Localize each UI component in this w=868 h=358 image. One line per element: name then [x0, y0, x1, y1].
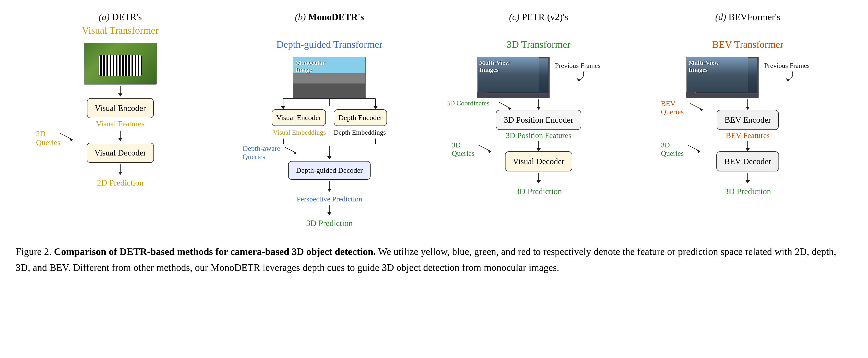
diagram-d-content: Multi-ViewImages Previous Frames BE	[656, 57, 840, 196]
coord-arrow-c	[499, 102, 513, 111]
3d-prediction-c: 3D Prediction	[515, 187, 562, 196]
svg-line-12	[687, 145, 700, 151]
2d-queries-label: 2DQueries	[36, 129, 60, 147]
depth-guided-decoder-b: Depth-guided Decoder	[288, 161, 371, 180]
diagrams-row: (a) DETR's Visual Transformer Visual Enc…	[16, 10, 852, 236]
arrow-merge-b	[327, 146, 332, 159]
diagram-d: (d) BEVFormer's BEV Transformer Multi-Vi…	[656, 10, 840, 196]
diagram-a-label: (a)	[99, 12, 110, 22]
3d-position-features-c: 3D Position Features	[506, 131, 571, 140]
arrow-2a	[118, 131, 122, 141]
3d-coordinates-label: 3D Coordinates	[446, 99, 489, 107]
visual-decoder-c: Visual Decoder	[505, 151, 572, 171]
diagram-b-content: MonocularImage	[238, 57, 422, 228]
svg-line-10	[690, 103, 703, 110]
merge-right	[329, 138, 422, 144]
bev-arrow-d-svg	[690, 103, 705, 111]
main-figure: (a) DETR's Visual Transformer Visual Enc…	[16, 10, 852, 275]
branch-connector	[238, 98, 422, 109]
diagram-b-main: MonoDETR's	[308, 12, 364, 22]
queries-arrow-d	[687, 145, 703, 154]
diagram-d-main: BEVFormer's	[728, 12, 780, 22]
3d-prediction-d: 3D Prediction	[724, 187, 771, 196]
figure-caption: Figure 2. Comparison of DETR-based metho…	[16, 244, 852, 275]
depth-aware-queries-label: Depth-awareQueries	[243, 144, 281, 161]
multiview-image-d: Multi-ViewImages	[686, 57, 759, 98]
fig-number: Figure 2.	[16, 246, 52, 257]
prev-frames-label-c: Previous Frames	[555, 62, 600, 70]
visual-features-a: Visual Features	[96, 119, 145, 128]
diagram-b-subtitle: Depth-guided Transformer	[276, 24, 382, 51]
diagram-c-label: (c)	[509, 12, 520, 22]
3d-queries-label-c: 3DQueries	[452, 141, 474, 158]
diagonal-arrow-b-svg	[284, 147, 299, 154]
arrow-1a	[118, 86, 122, 97]
diagram-b-title: (b) MonoDETR's Depth-guided Transformer	[276, 10, 382, 52]
visual-encoder-a: Visual Encoder	[87, 98, 154, 118]
merge-section-b	[238, 138, 422, 144]
multiview-col-d: Multi-ViewImages	[686, 57, 759, 98]
diagonal-arrow-svg	[60, 133, 75, 141]
bev-decoder-d: BEV Decoder	[716, 151, 779, 171]
queries-arrow-d-svg	[687, 145, 703, 153]
coord-arrow-c-svg	[499, 102, 513, 110]
branch-b	[238, 98, 422, 109]
visual-decoder-a: Visual Decoder	[87, 143, 154, 163]
arrow-3d	[746, 173, 750, 184]
queries-section-c: 3DQueries	[446, 141, 630, 151]
3d-prediction-b: 3D Prediction	[306, 218, 353, 228]
diagram-c: (c) PETR (v2)'s 3D Transformer Multi-Vie…	[446, 10, 630, 196]
dual-encoders-b: Visual Encoder Depth Encoder	[238, 109, 422, 126]
bev-queries-label-d: BEVQueries	[661, 99, 684, 116]
diagram-a-subtitle: Visual Transformer	[82, 24, 159, 37]
merge-left	[238, 138, 330, 144]
diagram-c-subtitle: 3D Transformer	[507, 24, 570, 51]
arrow-1d	[746, 99, 750, 110]
bev-features-d: BEV Features	[726, 131, 770, 140]
caption-bold: Comparison of DETR-based methods for cam…	[54, 246, 376, 257]
3d-position-encoder-c: 3D Position Encoder	[496, 110, 581, 130]
arrow-1c	[536, 99, 541, 110]
prev-frames-c: Previous Frames	[555, 57, 600, 83]
image-area-c: Multi-ViewImages Previous Frames	[477, 57, 600, 98]
multiview-image-c: Multi-ViewImages	[477, 57, 550, 98]
curved-arrow-c-svg	[570, 70, 586, 83]
svg-line-7	[478, 145, 491, 151]
queries-arrow-b	[284, 147, 299, 155]
zebra-image	[84, 43, 157, 85]
bev-queries-arrow-d	[690, 103, 705, 112]
diagram-d-label: (d)	[715, 12, 726, 22]
arrow-3a	[118, 164, 122, 175]
arrow-2c	[536, 141, 541, 151]
3d-queries-section-d: 3DQueries	[656, 141, 840, 151]
diagram-a-title: (a) DETR's Visual Transformer	[82, 10, 159, 38]
bev-encoder-d: BEV Encoder	[717, 110, 779, 130]
diagram-d-subtitle: BEV Transformer	[712, 24, 783, 51]
right-branch	[330, 98, 422, 109]
queries-arrow-c-svg	[478, 145, 494, 153]
street-image: MonocularImage	[293, 57, 366, 98]
diagram-d-title: (d) BEVFormer's BEV Transformer	[712, 10, 783, 52]
arrow-4b	[327, 205, 332, 215]
multiview-col-c: Multi-ViewImages	[477, 57, 550, 98]
visual-encoder-b: Visual Encoder	[272, 109, 326, 126]
diagram-a-main: DETR's	[112, 12, 142, 22]
visual-embeddings-b: Visual Embeddings	[273, 129, 326, 136]
svg-line-0	[60, 133, 72, 140]
arrow-3c	[536, 173, 541, 184]
prev-frames-label-d: Previous Frames	[764, 62, 810, 70]
diagram-c-title: (c) PETR (v2)'s 3D Transformer	[507, 10, 570, 52]
multiview-label-d: Multi-ViewImages	[688, 59, 719, 73]
curved-arrow-d-svg	[779, 70, 795, 83]
svg-line-5	[499, 102, 511, 108]
monocular-label: MonocularImage	[296, 59, 325, 73]
diagram-a: (a) DETR's Visual Transformer Visual Enc…	[28, 10, 212, 188]
diagram-c-main: PETR (v2)'s	[522, 12, 568, 22]
arrow-2d	[746, 141, 750, 151]
2d-prediction-a: 2D Prediction	[97, 178, 144, 188]
3d-coords-section: 3D Coordinates	[446, 99, 630, 110]
arrow-queries-a: 2DQueries	[28, 129, 212, 143]
svg-line-2	[284, 147, 297, 153]
depth-encoder-b: Depth Encoder	[334, 109, 387, 126]
diagram-a-content: Visual Encoder Visual Features 2DQueries	[28, 43, 212, 188]
